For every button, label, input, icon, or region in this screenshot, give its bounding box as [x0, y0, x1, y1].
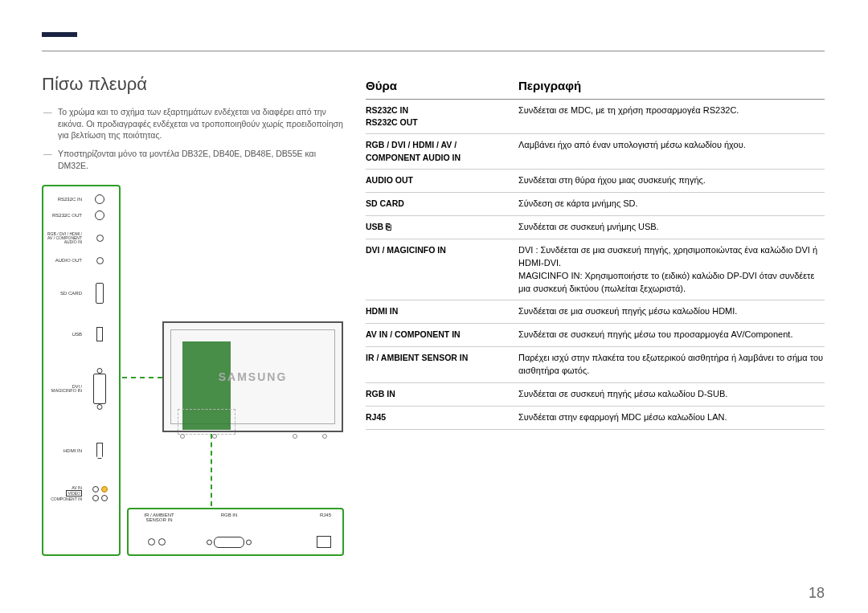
- port-rs232c-in-icon: [95, 194, 104, 204]
- table-row: RGB INΣυνδέεται σε συσκευή πηγής μέσω κα…: [366, 383, 825, 407]
- port-dvi-icon: [93, 374, 106, 404]
- note-color-shape: Το χρώμα και το σχήμα των εξαρτημάτων εν…: [42, 106, 346, 141]
- label-video-badge: VIDEO: [66, 490, 82, 497]
- th-port: Θύρα: [366, 79, 518, 100]
- port-rs232c-out-icon: [95, 210, 104, 220]
- table-row: DVI / MAGICINFO INDVI : Συνδέεται σε μια…: [366, 239, 825, 300]
- table-row: AUDIO OUTΣυνδέεται στη θύρα ήχου μιας συ…: [366, 169, 825, 192]
- label-component-in: COMPONENT IN: [51, 497, 82, 501]
- table-row: SD CARDΣύνδεση σε κάρτα μνήμης SD.: [366, 192, 825, 215]
- th-desc: Περιγραφή: [518, 79, 825, 100]
- connector-dash-vertical: [211, 434, 212, 506]
- connector-dash-horizontal: [122, 377, 162, 378]
- label-rs232c-in: RS232C IN: [47, 197, 85, 202]
- label-audio-in: RGB / DVI / HDMI / AV / COMPONENT AUDIO …: [47, 232, 85, 244]
- left-column: Πίσω πλευρά Το χρώμα και το σχήμα των εξ…: [42, 74, 346, 178]
- monitor-logo: SAMSUNG: [219, 370, 288, 383]
- label-hdmi-in: HDMI IN: [47, 448, 85, 453]
- header-rule: [42, 51, 825, 51]
- port-audio-in-icon: [96, 235, 104, 242]
- table-row: IR / AMBIENT SENSOR INΠαρέχει ισχύ στην …: [366, 347, 825, 383]
- port-ir-sensor-icon: [148, 538, 166, 546]
- label-dvi-magicinfo: DVI / MAGICINFO IN: [47, 385, 85, 394]
- ports-table: Θύρα Περιγραφή RS232C IN RS232C OUTΣυνδέ…: [366, 79, 825, 430]
- label-rgb-in: RGB IN: [185, 513, 273, 522]
- table-row: USB ⎘Συνδέεται σε συσκευή μνήμης USB.: [366, 215, 825, 239]
- monitor-outline: SAMSUNG: [162, 321, 343, 432]
- label-rj45: RJ45: [273, 513, 342, 522]
- label-usb: USB: [47, 332, 85, 337]
- header-accent: [42, 32, 77, 37]
- ports-table-wrapper: Θύρα Περιγραφή RS232C IN RS232C OUTΣυνδέ…: [366, 79, 825, 430]
- label-rs232c-out: RS232C OUT: [47, 213, 85, 218]
- port-usb-icon: [96, 327, 103, 341]
- label-ir-sensor: IR / AMBIENT SENSOR IN: [129, 513, 185, 522]
- label-sd-card: SD CARD: [47, 291, 85, 296]
- port-sd-card-icon: [96, 283, 104, 304]
- table-row: RGB / DVI / HDMI / AV / COMPONENT AUDIO …: [366, 134, 825, 169]
- port-rgb-in-icon: [214, 537, 244, 548]
- page-number: 18: [809, 585, 825, 602]
- port-av-component-icon: [92, 486, 108, 501]
- table-row: HDMI INΣυνδέεται σε μια συσκευή πηγής μέ…: [366, 300, 825, 324]
- port-rj45-icon: [317, 536, 331, 548]
- side-port-panel: RS232C IN RS232C OUT RGB / DVI / HDMI / …: [42, 185, 121, 556]
- table-row: AV IN / COMPONENT INΣυνδέεται σε συσκευή…: [366, 324, 825, 347]
- page-title: Πίσω πλευρά: [42, 74, 346, 95]
- rear-diagram: RS232C IN RS232C OUT RGB / DVI / HDMI / …: [42, 185, 346, 556]
- monitor-pcb: [182, 341, 231, 430]
- note-supported-models: Υποστηρίζονται μόνο τα μοντέλα DB32E, DB…: [42, 148, 346, 171]
- port-hdmi-icon: [96, 443, 103, 459]
- table-row: RJ45Συνδέεται στην εφαρμογή MDC μέσω καλ…: [366, 407, 825, 430]
- table-row: RS232C IN RS232C OUTΣυνδέεται σε MDC, με…: [366, 100, 825, 134]
- label-audio-out: AUDIO OUT: [47, 258, 85, 263]
- bottom-port-panel: IR / AMBIENT SENSOR IN RGB IN RJ45: [127, 508, 344, 556]
- port-audio-out-icon: [96, 257, 104, 264]
